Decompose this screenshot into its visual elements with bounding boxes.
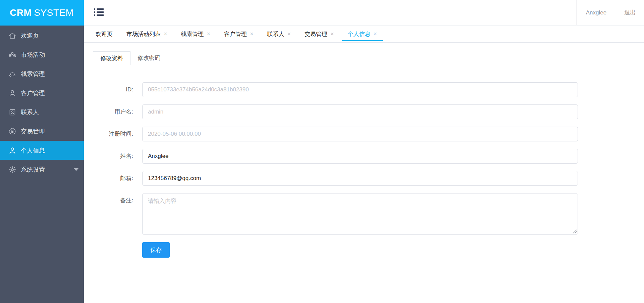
home-icon [8, 32, 16, 40]
sidebar-item-clue[interactable]: 线索管理 [0, 64, 84, 83]
tab-change-password[interactable]: 修改密码 [130, 51, 167, 65]
save-button[interactable]: 保存 [142, 242, 170, 258]
tab-customer[interactable]: 客户管理 × [224, 26, 254, 42]
profile-panel-tabs: 修改资料 修改密码 [93, 51, 634, 65]
tab-label: 个人信息 [348, 30, 371, 38]
topbar-spacer [104, 0, 576, 25]
close-icon[interactable]: × [374, 31, 377, 37]
sidebar-item-label: 联系人 [21, 108, 39, 116]
current-user[interactable]: Anxglee [576, 0, 616, 25]
tab-market-list[interactable]: 市场活动列表 × [126, 26, 167, 42]
tab-label: 交易管理 [305, 30, 327, 38]
topbar: Anxglee 退出 [84, 0, 644, 26]
chevron-down-icon [74, 168, 78, 171]
tab-label: 联系人 [267, 30, 284, 38]
page-tabbar: 欢迎页 市场活动列表 × 线索管理 × 客户管理 × 联系人 × 交易管理 × … [84, 26, 644, 43]
customer-icon [8, 89, 16, 97]
sidebar-item-label: 线索管理 [21, 70, 45, 78]
profile-icon [8, 146, 16, 155]
clue-icon [8, 70, 16, 78]
form-row-remark: 备注: [84, 193, 644, 235]
sidebar-item-label: 系统设置 [21, 166, 45, 174]
app-logo: CRMSYSTEM [0, 0, 84, 26]
tab-clue[interactable]: 线索管理 × [181, 26, 211, 42]
close-icon[interactable]: × [287, 31, 291, 37]
name-input[interactable] [142, 149, 578, 164]
sidebar-item-label: 市场活动 [21, 51, 45, 59]
sidebar: CRMSYSTEM 欢迎页 市场活动 线索管理 客户管理 [0, 0, 84, 303]
profile-form: ID: 用户名: 注册时间: 姓名: 邮箱: 备注: 保存 [84, 65, 644, 258]
sidebar-item-deal[interactable]: 交易管理 [0, 122, 84, 141]
close-icon[interactable]: × [330, 31, 334, 37]
email-label: 邮箱: [84, 171, 133, 186]
sidebar-item-label: 交易管理 [21, 127, 45, 135]
sidebar-item-settings[interactable]: 系统设置 [0, 160, 84, 179]
contact-icon [8, 108, 16, 116]
sidebar-item-market[interactable]: 市场活动 [0, 45, 84, 64]
tab-welcome[interactable]: 欢迎页 [96, 26, 113, 42]
app-logo-rest: SYSTEM [34, 7, 73, 18]
tab-contact[interactable]: 联系人 × [267, 26, 291, 42]
sidebar-item-welcome[interactable]: 欢迎页 [0, 26, 84, 45]
sidebar-item-profile[interactable]: 个人信息 [0, 141, 84, 160]
deal-icon [8, 127, 16, 135]
app-logo-bold: CRM [10, 7, 32, 18]
sidebar-item-label: 客户管理 [21, 89, 45, 97]
tab-label: 客户管理 [224, 30, 247, 38]
tab-label: 欢迎页 [96, 30, 113, 38]
remark-textarea[interactable] [142, 193, 578, 235]
tab-label: 市场活动列表 [126, 30, 161, 38]
remark-textarea-wrap [142, 193, 578, 235]
form-row-username: 用户名: [84, 104, 644, 119]
sidebar-item-label: 欢迎页 [21, 32, 39, 40]
ptab-label: 修改资料 [100, 55, 123, 61]
collapse-menu-button[interactable] [94, 0, 104, 25]
id-input[interactable] [142, 82, 578, 97]
email-input[interactable] [142, 171, 578, 186]
sidebar-menu: 欢迎页 市场活动 线索管理 客户管理 联系人 [0, 26, 84, 179]
form-row-register-time: 注册时间: [84, 127, 644, 141]
username-input[interactable] [142, 104, 578, 119]
main-area: Anxglee 退出 欢迎页 市场活动列表 × 线索管理 × 客户管理 × 联系… [84, 0, 644, 303]
name-label: 姓名: [84, 149, 133, 164]
tab-label: 线索管理 [181, 30, 204, 38]
close-icon[interactable]: × [164, 31, 167, 37]
market-icon [8, 51, 16, 59]
close-icon[interactable]: × [250, 31, 254, 37]
settings-icon [8, 166, 16, 174]
register-time-input[interactable] [142, 127, 578, 141]
sidebar-item-contact[interactable]: 联系人 [0, 102, 84, 122]
sidebar-item-label: 个人信息 [21, 146, 45, 155]
sidebar-item-customer[interactable]: 客户管理 [0, 83, 84, 102]
tab-edit-profile[interactable]: 修改资料 [93, 51, 130, 65]
logout-button[interactable]: 退出 [616, 0, 644, 25]
id-label: ID: [84, 82, 133, 97]
register-time-label: 注册时间: [84, 127, 133, 141]
hamburger-icon [94, 8, 104, 18]
close-icon[interactable]: × [207, 31, 211, 37]
username-text: Anxglee [586, 9, 606, 16]
tab-profile[interactable]: 个人信息 × [348, 26, 377, 42]
form-row-name: 姓名: [84, 149, 644, 164]
tab-deal[interactable]: 交易管理 × [305, 26, 334, 42]
username-label: 用户名: [84, 104, 133, 119]
logout-label: 退出 [625, 9, 636, 16]
remark-label: 备注: [84, 193, 133, 208]
form-row-id: ID: [84, 82, 644, 97]
ptab-label: 修改密码 [138, 55, 160, 61]
form-row-email: 邮箱: [84, 171, 644, 186]
